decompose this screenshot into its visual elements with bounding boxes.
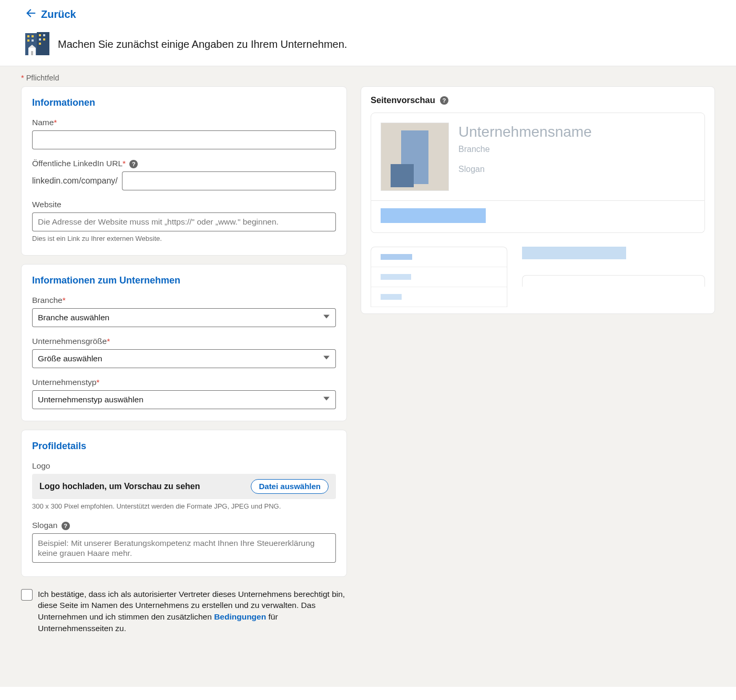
chevron-down-icon	[323, 354, 330, 363]
preview-slogan: Slogan	[458, 165, 592, 174]
confirm-checkbox[interactable]	[21, 589, 33, 601]
chevron-down-icon	[323, 395, 330, 404]
name-label: Name*	[32, 118, 336, 127]
section-company: Informationen zum Unternehmen Branche* B…	[21, 264, 347, 421]
preview-company-name: Unternehmensname	[458, 124, 592, 140]
slogan-label: Slogan ?	[32, 521, 336, 530]
linkedin-url-input[interactable]	[122, 171, 336, 190]
svg-marker-15	[323, 315, 330, 318]
svg-rect-8	[43, 34, 45, 36]
choose-file-button[interactable]: Datei auswählen	[251, 479, 329, 494]
type-label: Unternehmenstyp*	[32, 378, 336, 387]
preview-button-row	[371, 201, 705, 233]
help-icon[interactable]: ?	[62, 522, 70, 530]
preview-logo-placeholder	[381, 123, 449, 191]
branch-label: Branche*	[32, 296, 336, 305]
svg-rect-14	[31, 51, 33, 55]
preview-branch: Branche	[458, 145, 592, 154]
svg-rect-3	[27, 35, 29, 37]
preview-hero: Unternehmensname Branche Slogan	[371, 113, 705, 201]
section-information: Informationen Name* Öffentliche LinkedIn…	[21, 86, 347, 256]
logo-upload-bar: Logo hochladen, um Vorschau zu sehen Dat…	[32, 474, 336, 499]
terms-link[interactable]: Bedingungen	[214, 612, 266, 621]
page-title: Machen Sie zunächst einige Angaben zu Ih…	[58, 38, 347, 50]
type-select[interactable]: Unternehmenstyp auswählen	[32, 390, 336, 409]
section-heading-company: Informationen zum Unternehmen	[32, 275, 336, 286]
preview-cta-skeleton	[381, 208, 486, 223]
section-heading-information: Informationen	[32, 97, 336, 108]
website-label: Website	[32, 200, 336, 209]
svg-marker-16	[323, 356, 330, 359]
svg-rect-5	[27, 39, 29, 42]
preview-main-skeleton	[522, 247, 705, 307]
logo-label: Logo	[32, 461, 336, 471]
help-icon[interactable]: ?	[129, 160, 138, 168]
slogan-textarea[interactable]	[32, 533, 336, 563]
preview-heading: Seitenvorschau ?	[371, 95, 705, 105]
preview-sidebar-skeleton	[371, 247, 507, 307]
confirmation-row: Ich bestätige, dass ich als autorisierte…	[21, 589, 347, 634]
svg-rect-4	[32, 35, 34, 37]
svg-marker-17	[323, 397, 330, 400]
linkedin-url-label: Öffentliche LinkedIn URL* ?	[32, 159, 336, 168]
website-hint: Dies ist ein Link zu Ihrer externen Webs…	[32, 235, 336, 244]
svg-rect-10	[43, 38, 45, 40]
logo-upload-text: Logo hochladen, um Vorschau zu sehen	[39, 482, 200, 491]
section-profile: Profildetails Logo Logo hochladen, um Vo…	[21, 430, 347, 577]
building-illustration-icon	[25, 32, 49, 56]
back-button[interactable]: Zurück	[25, 7, 76, 22]
svg-rect-9	[39, 38, 41, 40]
logo-hint: 300 x 300 Pixel empfohlen. Unterstützt w…	[32, 502, 336, 511]
svg-rect-7	[39, 34, 41, 36]
branch-select[interactable]: Branche auswählen	[32, 308, 336, 327]
svg-rect-6	[32, 39, 34, 42]
chevron-down-icon	[323, 313, 330, 322]
website-input[interactable]	[32, 212, 336, 231]
linkedin-url-prefix: linkedin.com/company/	[32, 176, 118, 186]
size-label: Unternehmensgröße*	[32, 337, 336, 346]
confirm-text: Ich bestätige, dass ich als autorisierte…	[38, 589, 347, 634]
section-heading-profile: Profildetails	[32, 441, 336, 452]
name-input[interactable]	[32, 130, 336, 149]
svg-rect-11	[39, 43, 41, 45]
size-select[interactable]: Größe auswählen	[32, 349, 336, 368]
arrow-left-icon	[25, 7, 37, 22]
help-icon[interactable]: ?	[440, 96, 448, 105]
page-header: Zurück Machen Sie zunächst einige Angabe…	[0, 0, 736, 66]
preview-panel: Seitenvorschau ? Unternehmensname Branch…	[361, 86, 715, 314]
back-label: Zurück	[41, 8, 76, 21]
required-field-note: *Pflichtfeld	[21, 74, 715, 82]
